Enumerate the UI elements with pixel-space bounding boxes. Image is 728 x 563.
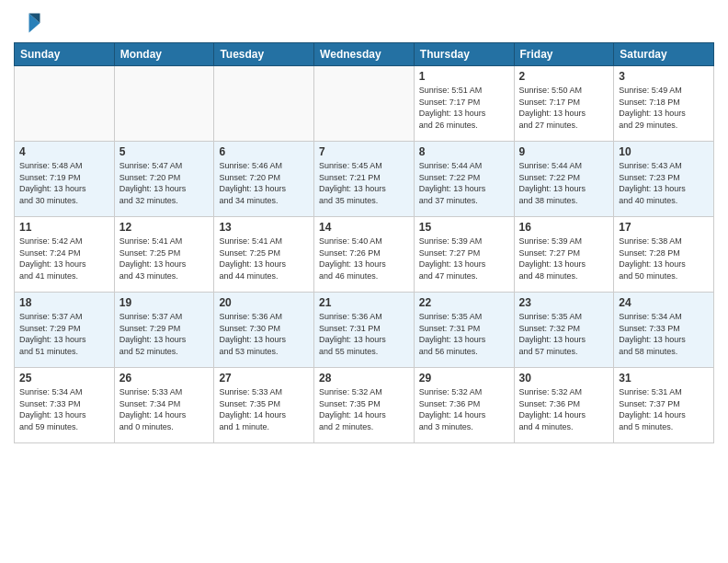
calendar-cell: 30Sunrise: 5:32 AM Sunset: 7:36 PM Dayli… (514, 368, 614, 443)
day-number: 15 (419, 221, 509, 234)
calendar-cell: 17Sunrise: 5:38 AM Sunset: 7:28 PM Dayli… (614, 217, 714, 293)
calendar-cell: 3Sunrise: 5:49 AM Sunset: 7:18 PM Daylig… (614, 66, 714, 142)
day-number: 11 (19, 221, 109, 234)
header (14, 9, 714, 37)
weekday-header-tuesday: Tuesday (214, 43, 314, 66)
day-number: 1 (419, 70, 509, 83)
calendar-cell: 24Sunrise: 5:34 AM Sunset: 7:33 PM Dayli… (614, 293, 714, 368)
calendar-cell: 23Sunrise: 5:35 AM Sunset: 7:32 PM Dayli… (514, 293, 614, 368)
calendar-cell: 20Sunrise: 5:36 AM Sunset: 7:30 PM Dayli… (214, 293, 314, 368)
day-info: Sunrise: 5:37 AM Sunset: 7:29 PM Dayligh… (19, 311, 109, 357)
day-info: Sunrise: 5:44 AM Sunset: 7:22 PM Dayligh… (419, 160, 509, 206)
day-number: 4 (19, 145, 109, 158)
weekday-header-row: SundayMondayTuesdayWednesdayThursdayFrid… (15, 43, 714, 66)
calendar-cell: 15Sunrise: 5:39 AM Sunset: 7:27 PM Dayli… (414, 217, 514, 293)
day-number: 12 (119, 221, 210, 234)
logo-icon (14, 9, 41, 37)
day-number: 9 (519, 145, 609, 158)
calendar-cell (15, 66, 115, 142)
day-info: Sunrise: 5:50 AM Sunset: 7:17 PM Dayligh… (519, 85, 609, 131)
day-info: Sunrise: 5:37 AM Sunset: 7:29 PM Dayligh… (119, 311, 210, 357)
day-info: Sunrise: 5:41 AM Sunset: 7:25 PM Dayligh… (219, 236, 309, 282)
calendar-cell: 16Sunrise: 5:39 AM Sunset: 7:27 PM Dayli… (514, 217, 614, 293)
day-info: Sunrise: 5:36 AM Sunset: 7:31 PM Dayligh… (319, 311, 409, 357)
day-info: Sunrise: 5:31 AM Sunset: 7:37 PM Dayligh… (619, 386, 709, 432)
weekday-header-sunday: Sunday (15, 43, 115, 66)
day-info: Sunrise: 5:40 AM Sunset: 7:26 PM Dayligh… (319, 236, 409, 282)
day-number: 17 (619, 221, 709, 234)
day-number: 23 (519, 296, 609, 309)
day-number: 21 (319, 296, 409, 309)
day-number: 31 (619, 372, 709, 385)
day-number: 18 (19, 296, 109, 309)
calendar-cell (314, 66, 415, 142)
day-number: 22 (419, 296, 509, 309)
calendar-cell: 5Sunrise: 5:47 AM Sunset: 7:20 PM Daylig… (114, 142, 214, 217)
day-number: 7 (319, 145, 409, 158)
day-info: Sunrise: 5:43 AM Sunset: 7:23 PM Dayligh… (619, 160, 709, 206)
day-info: Sunrise: 5:45 AM Sunset: 7:21 PM Dayligh… (319, 160, 409, 206)
day-number: 10 (619, 145, 709, 158)
day-number: 24 (619, 296, 709, 309)
calendar-cell: 25Sunrise: 5:34 AM Sunset: 7:33 PM Dayli… (15, 368, 115, 443)
day-info: Sunrise: 5:41 AM Sunset: 7:25 PM Dayligh… (119, 236, 210, 282)
day-info: Sunrise: 5:36 AM Sunset: 7:30 PM Dayligh… (219, 311, 309, 357)
day-number: 30 (519, 372, 609, 385)
calendar-cell: 8Sunrise: 5:44 AM Sunset: 7:22 PM Daylig… (414, 142, 514, 217)
day-info: Sunrise: 5:42 AM Sunset: 7:24 PM Dayligh… (19, 236, 109, 282)
week-row-3: 11Sunrise: 5:42 AM Sunset: 7:24 PM Dayli… (15, 217, 714, 293)
weekday-header-friday: Friday (514, 43, 614, 66)
day-number: 29 (419, 372, 509, 385)
calendar-cell: 21Sunrise: 5:36 AM Sunset: 7:31 PM Dayli… (314, 293, 415, 368)
day-number: 2 (519, 70, 609, 83)
day-info: Sunrise: 5:46 AM Sunset: 7:20 PM Dayligh… (219, 160, 309, 206)
calendar-cell: 4Sunrise: 5:48 AM Sunset: 7:19 PM Daylig… (15, 142, 115, 217)
calendar-cell: 1Sunrise: 5:51 AM Sunset: 7:17 PM Daylig… (414, 66, 514, 142)
day-info: Sunrise: 5:35 AM Sunset: 7:32 PM Dayligh… (519, 311, 609, 357)
calendar-cell: 28Sunrise: 5:32 AM Sunset: 7:35 PM Dayli… (314, 368, 415, 443)
day-number: 25 (19, 372, 109, 385)
calendar-cell: 19Sunrise: 5:37 AM Sunset: 7:29 PM Dayli… (114, 293, 214, 368)
calendar-cell: 6Sunrise: 5:46 AM Sunset: 7:20 PM Daylig… (214, 142, 314, 217)
day-number: 26 (119, 372, 210, 385)
day-info: Sunrise: 5:32 AM Sunset: 7:36 PM Dayligh… (419, 386, 509, 432)
day-info: Sunrise: 5:38 AM Sunset: 7:28 PM Dayligh… (619, 236, 709, 282)
calendar-cell: 7Sunrise: 5:45 AM Sunset: 7:21 PM Daylig… (314, 142, 415, 217)
calendar-cell: 14Sunrise: 5:40 AM Sunset: 7:26 PM Dayli… (314, 217, 415, 293)
day-number: 14 (319, 221, 409, 234)
week-row-1: 1Sunrise: 5:51 AM Sunset: 7:17 PM Daylig… (15, 66, 714, 142)
weekday-header-saturday: Saturday (614, 43, 714, 66)
calendar-cell (114, 66, 214, 142)
calendar-cell (214, 66, 314, 142)
day-number: 5 (119, 145, 210, 158)
day-number: 8 (419, 145, 509, 158)
calendar-cell: 22Sunrise: 5:35 AM Sunset: 7:31 PM Dayli… (414, 293, 514, 368)
calendar-cell: 10Sunrise: 5:43 AM Sunset: 7:23 PM Dayli… (614, 142, 714, 217)
week-row-2: 4Sunrise: 5:48 AM Sunset: 7:19 PM Daylig… (15, 142, 714, 217)
day-info: Sunrise: 5:33 AM Sunset: 7:35 PM Dayligh… (219, 386, 309, 432)
calendar-cell: 12Sunrise: 5:41 AM Sunset: 7:25 PM Dayli… (114, 217, 214, 293)
day-info: Sunrise: 5:39 AM Sunset: 7:27 PM Dayligh… (419, 236, 509, 282)
day-number: 16 (519, 221, 609, 234)
week-row-4: 18Sunrise: 5:37 AM Sunset: 7:29 PM Dayli… (15, 293, 714, 368)
calendar-cell: 9Sunrise: 5:44 AM Sunset: 7:22 PM Daylig… (514, 142, 614, 217)
calendar-cell: 13Sunrise: 5:41 AM Sunset: 7:25 PM Dayli… (214, 217, 314, 293)
calendar-cell: 27Sunrise: 5:33 AM Sunset: 7:35 PM Dayli… (214, 368, 314, 443)
calendar-cell: 18Sunrise: 5:37 AM Sunset: 7:29 PM Dayli… (15, 293, 115, 368)
day-info: Sunrise: 5:44 AM Sunset: 7:22 PM Dayligh… (519, 160, 609, 206)
calendar-cell: 26Sunrise: 5:33 AM Sunset: 7:34 PM Dayli… (114, 368, 214, 443)
day-info: Sunrise: 5:34 AM Sunset: 7:33 PM Dayligh… (19, 386, 109, 432)
day-number: 6 (219, 145, 309, 158)
weekday-header-wednesday: Wednesday (314, 43, 415, 66)
day-info: Sunrise: 5:32 AM Sunset: 7:35 PM Dayligh… (319, 386, 409, 432)
calendar-cell: 31Sunrise: 5:31 AM Sunset: 7:37 PM Dayli… (614, 368, 714, 443)
day-info: Sunrise: 5:47 AM Sunset: 7:20 PM Dayligh… (119, 160, 210, 206)
weekday-header-thursday: Thursday (414, 43, 514, 66)
calendar-table: SundayMondayTuesdayWednesdayThursdayFrid… (14, 42, 714, 443)
calendar-cell: 29Sunrise: 5:32 AM Sunset: 7:36 PM Dayli… (414, 368, 514, 443)
day-info: Sunrise: 5:51 AM Sunset: 7:17 PM Dayligh… (419, 85, 509, 131)
day-number: 19 (119, 296, 210, 309)
day-info: Sunrise: 5:35 AM Sunset: 7:31 PM Dayligh… (419, 311, 509, 357)
day-info: Sunrise: 5:34 AM Sunset: 7:33 PM Dayligh… (619, 311, 709, 357)
week-row-5: 25Sunrise: 5:34 AM Sunset: 7:33 PM Dayli… (15, 368, 714, 443)
